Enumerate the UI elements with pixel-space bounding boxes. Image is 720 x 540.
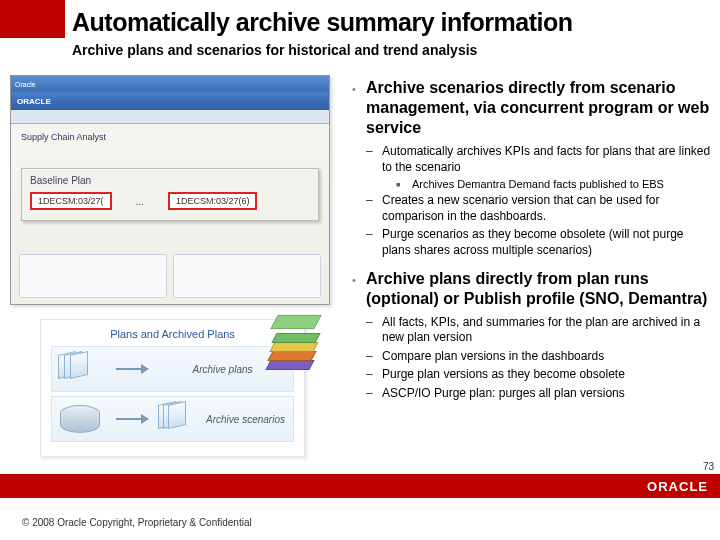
bullet-1-text: Archive scenarios directly from scenario…	[366, 78, 712, 138]
plan-field-2: 1DECSM:03/27(6)	[168, 192, 258, 210]
dash-icon: –	[366, 227, 382, 258]
copyright-text: © 2008 Oracle Copyright, Proprietary & C…	[22, 517, 252, 528]
arrow-icon	[116, 418, 148, 420]
bullet-2-subs: – All facts, KPIs, and summaries for the…	[366, 315, 712, 402]
bullet-2: • Archive plans directly from plan runs …	[352, 269, 712, 309]
row2-caption: Archive scenarios	[204, 414, 287, 425]
sub-text: Creates a new scenario version that can …	[382, 193, 712, 224]
panel-1	[19, 254, 167, 298]
square-icon: ■	[396, 178, 412, 190]
app-header-text: ORACLE	[17, 97, 51, 106]
disc-icon	[58, 401, 106, 437]
bottom-panels	[19, 254, 321, 298]
sub-item: – Automatically archives KPIs and facts …	[366, 144, 712, 175]
sub-text: ASCP/IO Purge plan: purges all plan vers…	[382, 386, 712, 402]
slide-subtitle: Archive plans and scenarios for historic…	[72, 42, 477, 58]
sub-item: – Compare plan versions in the dashboard…	[366, 349, 712, 365]
bullet-1: • Archive scenarios directly from scenar…	[352, 78, 712, 138]
ellipsis: ...	[134, 196, 146, 207]
tab-strip	[11, 110, 329, 124]
bullet-2-text: Archive plans directly from plan runs (o…	[366, 269, 712, 309]
right-column: • Archive scenarios directly from scenar…	[352, 78, 712, 412]
dash-icon: –	[366, 193, 382, 224]
dash-icon: –	[366, 349, 382, 365]
sub-sub-item: ■ Archives Demantra Demand facts publish…	[396, 178, 712, 190]
arrow-icon	[116, 368, 148, 370]
bullet-dot-icon: •	[352, 78, 366, 138]
footer-bar: ORACLE	[0, 474, 720, 498]
dash-icon: –	[366, 144, 382, 175]
baseline-title: Baseline Plan	[30, 175, 310, 186]
window-title-text: Oracle	[15, 81, 36, 88]
sub-item: – Purge scenarios as they become obsolet…	[366, 227, 712, 258]
plans-box-title: Plans and Archived Plans	[51, 328, 294, 340]
baseline-panel: Baseline Plan 1DECSM:03/27( ... 1DECSM:0…	[21, 168, 319, 221]
app-header: ORACLE	[11, 92, 329, 110]
archive-scenarios-row: Archive scenarios	[51, 396, 294, 442]
screenshot-mock: Oracle ORACLE Supply Chain Analyst Basel…	[10, 75, 330, 305]
tab-label: Supply Chain Analyst	[11, 124, 329, 144]
left-column: Oracle ORACLE Supply Chain Analyst Basel…	[10, 75, 340, 457]
sub-text: All facts, KPIs, and summaries for the p…	[382, 315, 712, 346]
bullet-1-subs: – Automatically archives KPIs and facts …	[366, 144, 712, 259]
stack-icon-2	[158, 401, 194, 437]
dash-icon: –	[366, 315, 382, 346]
plan-field-1: 1DECSM:03/27(	[30, 192, 112, 210]
sub-item: – ASCP/IO Purge plan: purges all plan ve…	[366, 386, 712, 402]
bullet-dot-icon: •	[352, 269, 366, 309]
cube-icon	[260, 310, 330, 370]
sub-item: – Creates a new scenario version that ca…	[366, 193, 712, 224]
window-titlebar: Oracle	[11, 76, 329, 92]
dash-icon: –	[366, 386, 382, 402]
baseline-fields: 1DECSM:03/27( ... 1DECSM:03/27(6)	[30, 192, 310, 210]
sub-text: Compare plan versions in the dashboards	[382, 349, 712, 365]
panel-2	[173, 254, 321, 298]
sub-item: – All facts, KPIs, and summaries for the…	[366, 315, 712, 346]
oracle-logo: ORACLE	[647, 479, 708, 494]
archive-plans-row: Archive plans	[51, 346, 294, 392]
stack-icon	[58, 351, 106, 387]
dash-icon: –	[366, 367, 382, 383]
sub-sub-text: Archives Demantra Demand facts published…	[412, 178, 712, 190]
sub-text: Automatically archives KPIs and facts fo…	[382, 144, 712, 175]
sub-text: Purge plan versions as they become obsol…	[382, 367, 712, 383]
sub-item: – Purge plan versions as they become obs…	[366, 367, 712, 383]
page-number: 73	[703, 461, 714, 472]
corner-accent	[0, 0, 65, 38]
slide-title: Automatically archive summary informatio…	[72, 8, 572, 37]
sub-text: Purge scenarios as they become obsolete …	[382, 227, 712, 258]
